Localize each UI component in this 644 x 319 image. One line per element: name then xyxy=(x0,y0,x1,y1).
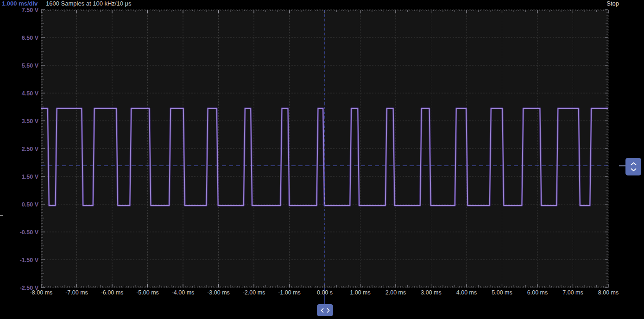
chevron-left-icon xyxy=(320,308,324,313)
x-axis-tick-label: 6.00 ms xyxy=(527,289,548,296)
x-axis-tick-label: -8.00 ms xyxy=(30,289,53,296)
y-axis-tick-label: 0.50 V xyxy=(22,201,39,208)
x-axis-tick-label: 4.00 ms xyxy=(456,289,477,296)
x-axis-tick-label: -1.00 ms xyxy=(278,289,301,296)
x-axis-tick-label: 0.00 s xyxy=(317,289,333,296)
left-edge-marker xyxy=(0,215,3,216)
chevron-up-icon xyxy=(631,162,637,166)
y-axis-tick-label: 4.50 V xyxy=(22,90,39,97)
x-axis-tick-label: 3.00 ms xyxy=(421,289,441,296)
x-axis-tick-label: 2.00 ms xyxy=(385,289,406,296)
x-axis-tick-label: -7.00 ms xyxy=(65,289,88,296)
x-axis-tick-label: 1.00 ms xyxy=(350,289,370,296)
x-axis-tick-label: 7.00 ms xyxy=(562,289,583,296)
trigger-level-handle[interactable] xyxy=(625,158,641,175)
x-axis-tick-label: 5.00 ms xyxy=(492,289,512,296)
x-axis-tick-label: -5.00 ms xyxy=(136,289,159,296)
y-axis-tick-label: 6.50 V xyxy=(22,35,39,41)
x-axis-tick-label: -3.00 ms xyxy=(207,289,230,296)
y-axis-tick-label: 5.50 V xyxy=(22,63,39,69)
x-axis-tick-label: -6.00 ms xyxy=(101,289,124,296)
waveform-plot-canvas[interactable]: 7.50 V6.50 V5.50 V4.50 V3.50 V2.50 V1.50… xyxy=(0,0,644,319)
y-axis-tick-label: 7.50 V xyxy=(22,7,39,13)
y-axis-tick-label: 2.50 V xyxy=(22,146,39,152)
horizontal-position-handle[interactable] xyxy=(317,304,333,316)
y-axis-tick-label: 1.50 V xyxy=(22,174,39,180)
y-axis-tick-label: -0.50 V xyxy=(20,229,39,236)
chevron-down-icon xyxy=(631,168,637,172)
x-axis-tick-label: -4.00 ms xyxy=(172,289,195,296)
y-axis-tick-label: 3.50 V xyxy=(22,118,39,125)
x-axis-tick-label: 8.00 ms xyxy=(598,289,619,296)
x-axis-tick-label: -2.00 ms xyxy=(243,289,265,296)
y-axis-tick-label: -1.50 V xyxy=(20,257,39,263)
chevron-right-icon xyxy=(326,308,330,313)
oscilloscope-screen: 1.000 ms/div 1600 Samples at 100 kHz/10 … xyxy=(0,0,644,319)
